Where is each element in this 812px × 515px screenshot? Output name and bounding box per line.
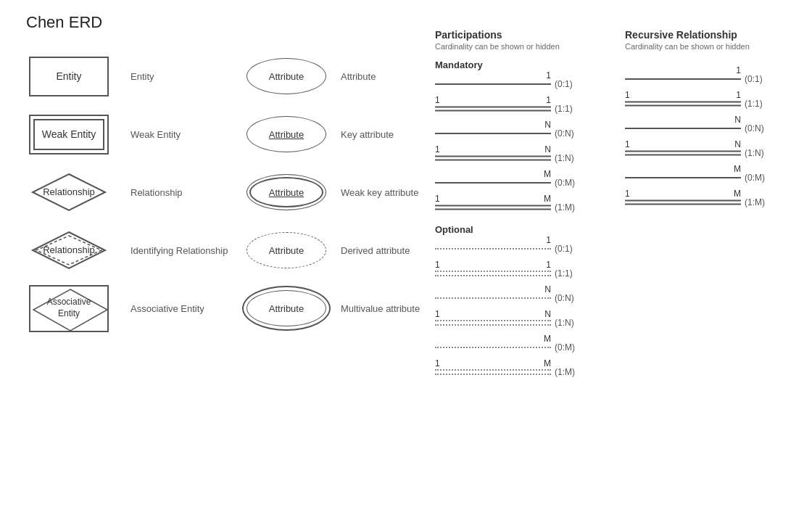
part-row-1n: 1 N (1:N): [435, 150, 624, 166]
shape-row-relationship: Relationship Relationship Attribute Weak…: [14, 167, 435, 218]
rec-notation-01: (0:1): [741, 74, 781, 84]
notation-1n: (1:N): [551, 153, 591, 163]
attr-weakkey-text: Attribute: [269, 187, 304, 198]
notation-01-single: (0:1): [551, 79, 591, 89]
participations-title: Participations: [435, 29, 624, 41]
opt-num-right-1b: 1: [546, 260, 551, 270]
associative-entity-text: AssociativeEntity: [47, 297, 91, 319]
part-row-11: 1 1 (1:1): [435, 101, 624, 117]
entity-text-label: Entity: [123, 71, 239, 82]
rec-num-left-1m: 1: [625, 189, 630, 199]
attr-regular-container: Attribute: [239, 58, 334, 94]
solid-line-0m: [435, 182, 551, 184]
rec-line-11: 1 1: [625, 96, 741, 112]
attr-key-shape: Attribute: [246, 116, 326, 152]
opt-notation-0m: (0:M): [551, 342, 591, 353]
attr-key-container: Attribute: [239, 116, 334, 152]
weak-entity-text-label: Weak Entity: [123, 129, 239, 140]
shape-row-identifying: Relationship Identifying Relationship At…: [14, 225, 435, 276]
part-line-0n: N: [435, 125, 551, 141]
rec-solid-01: [625, 78, 741, 80]
notation-1m: (1:M): [551, 202, 591, 213]
attr-weakkey-shape: Attribute: [246, 174, 326, 210]
part-line-01-single: 1: [435, 76, 551, 92]
opt-row-1n: 1 N (1:N): [435, 315, 624, 331]
part-line-1m: 1 M: [435, 199, 551, 215]
svg-text:Relationship: Relationship: [43, 186, 95, 197]
opt-line-1m: 1 M: [435, 364, 551, 380]
attr-derived-shape: Attribute: [246, 232, 326, 268]
opt-line-01: 1: [435, 241, 551, 257]
attr-regular-text: Attribute: [269, 71, 304, 82]
attr-multivalue-label: Multivalue attribute: [334, 303, 435, 314]
solid-line-01: [435, 83, 551, 85]
relationship-diamond: Relationship: [29, 170, 109, 214]
attr-weakkey-label: Weak key attribute: [334, 187, 435, 198]
rec-solid-0n: [625, 128, 741, 129]
opt-num-left-1n: 1: [435, 309, 440, 319]
opt-num-right-n: N: [544, 284, 551, 294]
notation-0n: (0:N): [551, 128, 591, 139]
rec-row-0m: M (0:M): [625, 170, 806, 186]
associative-entity-container: AssociativeEntity: [14, 285, 123, 332]
opt-row-0n: N (0:N): [435, 290, 624, 306]
associative-entity-shape: AssociativeEntity: [29, 285, 109, 332]
attr-derived-label: Derived attribute: [334, 245, 435, 256]
attr-key-text: Attribute: [269, 129, 304, 140]
page-title: Chen ERD: [26, 13, 102, 32]
participations-panel: Participations Cardinality can be shown …: [435, 29, 624, 389]
associative-entity-label: Associative Entity: [123, 303, 239, 314]
rec-notation-11: (1:1): [741, 99, 781, 109]
rec-notation-0n: (0:N): [741, 123, 781, 133]
attr-regular-shape: Attribute: [246, 58, 326, 94]
dashed-line-0n: [435, 297, 551, 299]
num-right-n: N: [544, 120, 551, 130]
attr-derived-container: Attribute: [239, 232, 334, 268]
notation-11: (1:1): [551, 104, 591, 114]
svg-text:Relationship: Relationship: [43, 244, 95, 255]
rec-notation-0m: (0:M): [741, 173, 781, 183]
rec-solid-0m: [625, 177, 741, 178]
entity-shape-container: Entity: [14, 57, 123, 96]
opt-num-left-1m: 1: [435, 358, 440, 368]
shapes-panel: Entity Entity Attribute Attribute Weak E…: [14, 51, 435, 341]
opt-num-right-1a: 1: [546, 235, 551, 245]
num-right-1b: 1: [546, 95, 551, 105]
relationship-shape-container: Relationship: [14, 170, 123, 214]
entity-shape: Entity: [29, 57, 109, 96]
opt-notation-1n: (1:N): [551, 318, 591, 328]
recursive-panel: Recursive Relationship Cardinality can b…: [625, 29, 806, 219]
opt-line-11: 1 1: [435, 265, 551, 281]
part-row-01-single: 1 (0:1): [435, 76, 624, 92]
part-line-0m: M: [435, 175, 551, 191]
num-left-1m: 1: [435, 194, 440, 204]
rec-line-1n: 1 N: [625, 145, 741, 161]
attr-key-label: Key attribute: [334, 129, 435, 140]
identifying-relationship-diamond: Relationship: [29, 228, 109, 272]
recursive-subtitle: Cardinality can be shown or hidden: [625, 42, 806, 51]
rec-num-left-11: 1: [625, 90, 630, 100]
opt-row-01: 1 (0:1): [435, 241, 624, 257]
rec-num-right-1m: M: [734, 189, 741, 199]
opt-row-11: 1 1 (1:1): [435, 265, 624, 281]
opt-num-left-1b: 1: [435, 260, 440, 270]
opt-num-right-1n: N: [544, 309, 551, 319]
num-left-1b: 1: [435, 95, 440, 105]
identifying-relationship-container: Relationship: [14, 228, 123, 272]
opt-line-0m: M: [435, 339, 551, 355]
num-right-1n: N: [544, 144, 551, 154]
attr-regular-label: Attribute: [334, 71, 435, 82]
shape-row-weak-entity: Weak Entity Weak Entity Attribute Key at…: [14, 109, 435, 160]
shape-row-entity: Entity Entity Attribute Attribute: [14, 51, 435, 102]
opt-num-right-1m: M: [544, 358, 551, 368]
rec-line-0m: M: [625, 170, 741, 186]
shape-row-associative: AssociativeEntity Associative Entity Att…: [14, 283, 435, 334]
opt-notation-1m: (1:M): [551, 367, 591, 377]
rec-num-right-0m: M: [734, 164, 741, 174]
opt-num-right-m: M: [544, 334, 551, 344]
rec-row-0n: N (0:N): [625, 120, 806, 136]
attr-multivalue-text: Attribute: [269, 303, 304, 314]
num-right-1a: 1: [546, 70, 551, 81]
part-line-11: 1 1: [435, 101, 551, 117]
num-right-m: M: [544, 169, 551, 179]
